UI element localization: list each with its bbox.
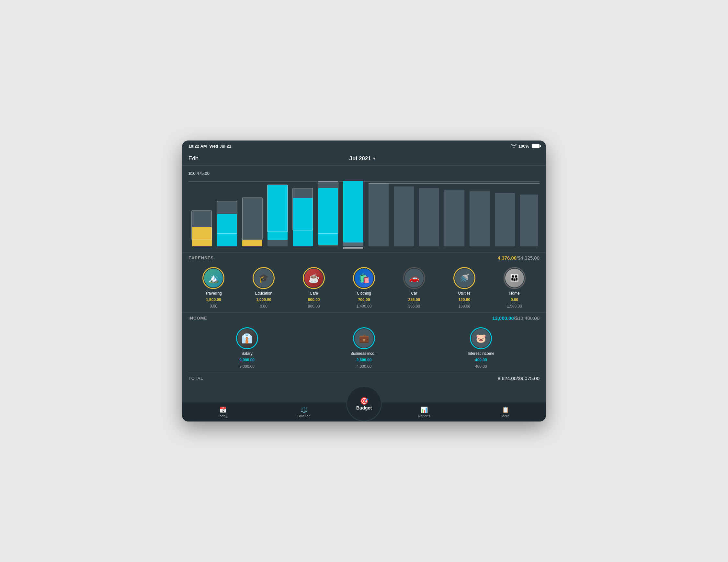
svg-rect-25 bbox=[444, 190, 464, 247]
reports-icon: 📊 bbox=[421, 406, 428, 413]
svg-rect-23 bbox=[394, 187, 414, 247]
status-date: Wed Jul 21 bbox=[210, 144, 232, 149]
more-icon: 📋 bbox=[502, 406, 509, 413]
total-spent: 8,624.00 bbox=[498, 375, 517, 381]
car-spent: 256.00 bbox=[408, 297, 420, 302]
edit-button[interactable]: Edit bbox=[188, 155, 198, 162]
interest-spent: 400.00 bbox=[475, 358, 487, 362]
travelling-spent: 1,500.00 bbox=[206, 297, 221, 302]
income-budget: $13,400.00 bbox=[515, 315, 540, 321]
interest-icon-ring: 🐷 bbox=[470, 327, 492, 349]
income-categories-row: 👔 Salary 9,000.00 9,000.00 💼 Business in… bbox=[182, 323, 546, 373]
salary-icon-ring: 👔 bbox=[236, 327, 258, 349]
salary-spent: 9,000.00 bbox=[239, 358, 255, 362]
nav-more-label: More bbox=[501, 414, 509, 418]
chart-y-label: $10,475.00 bbox=[188, 171, 540, 176]
clothing-budget: 1,400.00 bbox=[357, 304, 372, 308]
utilities-icon-ring: 🚿 bbox=[453, 267, 475, 289]
utilities-name: Utilities bbox=[458, 291, 471, 295]
interest-icon: 🐷 bbox=[472, 329, 490, 348]
month-title: Jul 2021 bbox=[349, 155, 371, 162]
nav-more[interactable]: 📋 More bbox=[465, 406, 546, 418]
category-home[interactable]: 👨‍👩‍👧 Home 0.00 1,500.00 bbox=[489, 267, 540, 308]
bar-chart bbox=[188, 178, 540, 250]
interest-name: Interest income bbox=[468, 351, 494, 356]
clothing-photo: 🛍️ bbox=[355, 269, 373, 287]
education-spent: 1,000.00 bbox=[256, 297, 271, 302]
utilities-spent: 120.00 bbox=[458, 297, 470, 302]
expenses-label: EXPENSES bbox=[188, 256, 214, 260]
clothing-icon-ring: 🛍️ bbox=[353, 267, 375, 289]
clothing-spent: 700.00 bbox=[358, 297, 370, 302]
svg-rect-27 bbox=[495, 193, 515, 247]
svg-rect-22 bbox=[369, 183, 389, 247]
cafe-spent: 800.00 bbox=[308, 297, 320, 302]
business-icon: 💼 bbox=[355, 329, 373, 348]
category-clothing[interactable]: 🛍️ Clothing 700.00 1,400.00 bbox=[339, 267, 389, 308]
interest-budget: 400.00 bbox=[475, 364, 487, 369]
education-name: Education bbox=[255, 291, 272, 295]
clothing-name: Clothing bbox=[357, 291, 371, 295]
category-interest[interactable]: 🐷 Interest income 400.00 400.00 bbox=[423, 327, 540, 369]
total-row: TOTAL 8,624.00/$9,075.00 bbox=[182, 373, 546, 384]
home-photo: 👨‍👩‍👧 bbox=[505, 269, 524, 287]
budget-fab[interactable]: 🎯 Budget bbox=[346, 386, 382, 421]
home-budget: 1,500.00 bbox=[507, 304, 522, 308]
salary-name: Salary bbox=[242, 351, 253, 356]
nav-today[interactable]: 📅 Today bbox=[182, 406, 263, 418]
income-header: INCOME 13,000.00/$13,400.00 bbox=[182, 312, 546, 323]
category-utilities[interactable]: 🚿 Utilities 120.00 160.00 bbox=[439, 267, 489, 308]
utilities-icon: 🚿 bbox=[455, 269, 474, 287]
education-budget: 0.00 bbox=[260, 304, 267, 308]
home-icon-ring: 👨‍👩‍👧 bbox=[504, 267, 526, 289]
salary-budget: 9,000.00 bbox=[239, 364, 255, 369]
calendar-icon: 📅 bbox=[219, 406, 226, 413]
expenses-budget: $4,325.00 bbox=[518, 255, 540, 261]
income-amount: 13,000.00/$13,400.00 bbox=[492, 315, 540, 321]
category-business[interactable]: 💼 Business inco... 3,600.00 4,000.00 bbox=[305, 327, 422, 369]
nav-reports[interactable]: 📊 Reports bbox=[383, 406, 465, 418]
category-salary[interactable]: 👔 Salary 9,000.00 9,000.00 bbox=[188, 327, 305, 369]
svg-rect-5 bbox=[217, 214, 237, 247]
travelling-photo: 🏔️ bbox=[204, 269, 223, 287]
total-label: TOTAL bbox=[188, 376, 203, 381]
car-name: Car bbox=[411, 291, 417, 295]
svg-rect-14 bbox=[293, 198, 313, 247]
education-icon-ring: 🎓 bbox=[253, 267, 275, 289]
battery-icon bbox=[532, 144, 540, 148]
home-spent: 0.00 bbox=[511, 297, 518, 302]
budget-icon: 🎯 bbox=[360, 397, 369, 405]
nav-today-label: Today bbox=[218, 414, 227, 418]
car-icon: 🚗 bbox=[405, 269, 424, 287]
status-bar: 10:22 AM Wed Jul 21 100% bbox=[182, 141, 546, 152]
cafe-photo: ☕ bbox=[304, 269, 323, 287]
svg-rect-8 bbox=[242, 240, 262, 247]
app-header: Edit Jul 2021 ▾ bbox=[182, 152, 546, 166]
nav-balance[interactable]: ⚖️ Balance bbox=[263, 406, 345, 418]
svg-rect-2 bbox=[192, 227, 212, 247]
car-icon-ring: 🚗 bbox=[403, 267, 425, 289]
category-car[interactable]: 🚗 Car 256.00 365.00 bbox=[389, 267, 439, 308]
cafe-icon-ring: ☕ bbox=[303, 267, 325, 289]
month-selector[interactable]: Jul 2021 ▾ bbox=[349, 155, 375, 162]
bottom-nav: 📅 Today ⚖️ Balance 📊 Reports 📋 More 🎯 Bu… bbox=[182, 402, 546, 421]
chevron-down-icon: ▾ bbox=[373, 156, 375, 161]
svg-rect-17 bbox=[318, 188, 338, 245]
battery-percent: 100% bbox=[518, 144, 529, 149]
category-travelling[interactable]: 🏔️ Travelling 1,500.00 0.00 bbox=[188, 267, 239, 308]
category-education[interactable]: 🎓 Education 1,000.00 0.00 bbox=[239, 267, 289, 308]
svg-rect-24 bbox=[419, 188, 439, 247]
total-amount: 8,624.00/$9,075.00 bbox=[498, 375, 540, 381]
total-budget: $9,075.00 bbox=[518, 375, 540, 381]
svg-rect-28 bbox=[520, 195, 538, 247]
cafe-name: Cafe bbox=[310, 291, 318, 295]
svg-rect-7 bbox=[242, 198, 262, 247]
business-icon-ring: 💼 bbox=[353, 327, 375, 349]
expenses-spent: 4,376.00 bbox=[498, 255, 517, 261]
utilities-budget: 160.00 bbox=[458, 304, 470, 308]
travelling-name: Travelling bbox=[205, 291, 222, 295]
travelling-budget: 0.00 bbox=[210, 304, 217, 308]
expenses-header: EXPENSES 4,376.00/$4,325.00 bbox=[182, 252, 546, 263]
category-cafe[interactable]: ☕ Cafe 800.00 900.00 bbox=[289, 267, 339, 308]
home-name: Home bbox=[509, 291, 520, 295]
